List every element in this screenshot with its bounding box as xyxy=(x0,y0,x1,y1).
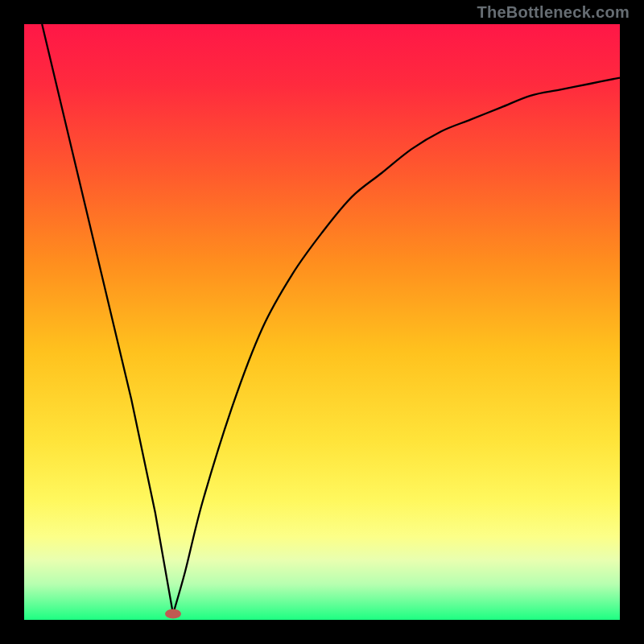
chart-frame: TheBottleneck.com xyxy=(0,0,644,644)
plot-area xyxy=(24,24,620,620)
watermark-text: TheBottleneck.com xyxy=(477,3,630,22)
bottleneck-curve xyxy=(24,24,620,620)
minimum-marker xyxy=(165,609,181,619)
